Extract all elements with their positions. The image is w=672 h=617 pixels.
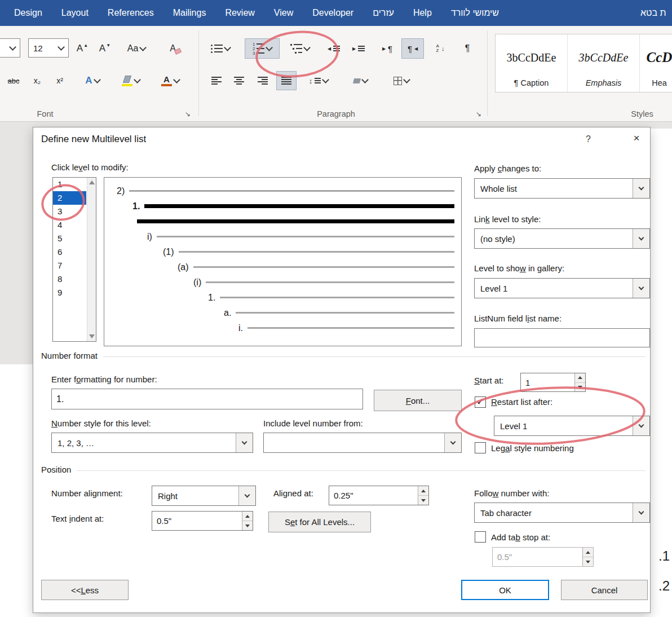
tab-references[interactable]: References xyxy=(98,0,163,26)
decrease-indent-button[interactable]: ◀ xyxy=(322,38,345,59)
start-at-spinner[interactable]: 1 xyxy=(520,373,586,392)
number-alignment-select[interactable]: Right xyxy=(152,486,256,506)
number-format-input[interactable] xyxy=(51,389,363,409)
borders-button[interactable] xyxy=(384,71,418,90)
bullets-button[interactable] xyxy=(204,38,237,59)
link-level-select[interactable]: (no style) xyxy=(474,228,650,249)
cancel-button[interactable]: Cancel xyxy=(561,580,648,600)
ok-button[interactable]: OK xyxy=(461,580,549,600)
chevron-down-icon xyxy=(322,76,329,83)
clear-formatting-button[interactable]: A xyxy=(163,39,187,58)
restart-after-select[interactable]: Level 1 xyxy=(494,416,650,436)
highlight-color-button[interactable] xyxy=(114,70,148,91)
level-item-selected[interactable]: 2 xyxy=(53,191,86,205)
tab-developer[interactable]: Developer xyxy=(303,0,363,26)
level-item[interactable]: 4 xyxy=(53,218,86,232)
less-button[interactable]: << Less xyxy=(41,580,129,600)
chevron-down-icon xyxy=(403,76,410,83)
help-icon[interactable]: ? xyxy=(586,134,591,144)
spin-down-icon[interactable] xyxy=(418,496,428,505)
spin-down-icon[interactable] xyxy=(575,383,585,392)
tab-review[interactable]: Review xyxy=(215,0,264,26)
text-effects-button[interactable]: A xyxy=(77,71,108,90)
chevron-down-icon[interactable] xyxy=(633,229,649,248)
tab-mailings[interactable]: Mailings xyxy=(163,0,216,26)
line-spacing-button[interactable]: ↕ xyxy=(303,71,334,90)
chevron-down-icon[interactable] xyxy=(444,433,461,452)
align-left-button[interactable] xyxy=(206,71,227,90)
tab-shimushi-leword[interactable]: שימושי לוורד xyxy=(441,0,509,26)
set-all-levels-button[interactable]: Set for All Levels... xyxy=(268,512,371,532)
include-level-select[interactable] xyxy=(263,433,462,453)
shrink-font-button[interactable]: A▼ xyxy=(95,39,115,58)
chevron-down-icon[interactable] xyxy=(633,179,649,198)
follow-number-select[interactable]: Tab character xyxy=(474,503,650,523)
tab-layout[interactable]: Layout xyxy=(52,0,98,26)
tab-help[interactable]: Help xyxy=(404,0,441,26)
spin-down-icon[interactable] xyxy=(583,557,593,566)
level-item[interactable]: 6 xyxy=(53,245,86,259)
gallery-level-select[interactable]: Level 1 xyxy=(474,278,650,298)
font-size-value: 12 xyxy=(33,43,54,53)
tab-ezrim[interactable]: עזרים xyxy=(363,0,404,26)
level-listbox[interactable]: 1 2 3 4 5 6 7 8 9 xyxy=(52,177,96,342)
spin-up-icon[interactable] xyxy=(575,373,585,383)
subscript-button[interactable]: x₂ xyxy=(27,71,47,90)
align-right-button[interactable] xyxy=(253,71,273,90)
font-color-button[interactable]: A xyxy=(153,70,187,91)
chevron-down-icon[interactable] xyxy=(633,416,649,435)
level-item[interactable]: 8 xyxy=(53,272,86,286)
font-size-combo[interactable]: 12 xyxy=(28,38,69,58)
ltr-direction-button[interactable]: ▶¶ xyxy=(375,38,399,59)
tab-view[interactable]: View xyxy=(264,0,303,26)
chevron-down-icon[interactable] xyxy=(633,503,649,522)
aligned-at-spinner[interactable]: 0.25" xyxy=(329,486,429,505)
listbox-scrollbar[interactable] xyxy=(87,178,96,341)
style-caption[interactable]: 3bCcDdEe ¶ Caption xyxy=(496,34,568,92)
tab-design[interactable]: Design xyxy=(5,0,52,26)
text-indent-spinner[interactable]: 0.5" xyxy=(152,511,253,531)
tab-partial[interactable]: ת בטא xyxy=(631,0,672,26)
add-tab-stop-checkbox[interactable] xyxy=(475,531,486,543)
change-case-button[interactable]: Aa xyxy=(120,39,153,58)
level-item[interactable]: 5 xyxy=(53,232,86,245)
increase-indent-button[interactable]: ▶ xyxy=(347,38,370,59)
font-name-combo-partial[interactable] xyxy=(0,38,20,58)
show-formatting-marks-button[interactable]: ¶ xyxy=(457,38,478,59)
shading-button[interactable] xyxy=(343,71,378,90)
spin-up-icon[interactable] xyxy=(583,548,593,557)
legal-style-checkbox[interactable] xyxy=(475,442,486,453)
chevron-down-icon[interactable] xyxy=(238,486,255,505)
grow-font-button[interactable]: A▲ xyxy=(72,39,92,58)
style-emphasis[interactable]: 3bCcDdEe Emphasis xyxy=(568,34,640,92)
scroll-up-icon[interactable] xyxy=(89,180,95,184)
level-item[interactable]: 7 xyxy=(53,259,86,272)
align-center-button[interactable] xyxy=(229,71,249,90)
restart-list-checkbox[interactable]: ✓ xyxy=(475,396,486,408)
numbering-button[interactable]: 123 xyxy=(245,38,280,59)
spin-down-icon[interactable] xyxy=(242,521,253,530)
spin-up-icon[interactable] xyxy=(418,486,428,496)
paragraph-dialog-launcher-icon[interactable]: ↘ xyxy=(476,110,481,118)
font-dialog-launcher-icon[interactable]: ↘ xyxy=(185,110,191,118)
number-style-select[interactable]: 1, 2, 3, … xyxy=(51,433,253,453)
apply-changes-select[interactable]: Whole list xyxy=(474,178,650,199)
superscript-button[interactable]: x² xyxy=(50,71,70,90)
strikethrough-button[interactable]: abc xyxy=(3,71,24,90)
scroll-down-icon[interactable] xyxy=(89,334,95,338)
justify-button[interactable] xyxy=(276,71,297,90)
sort-button[interactable]: AZ ↓ xyxy=(428,38,452,59)
level-item[interactable]: 9 xyxy=(53,286,86,299)
level-item[interactable]: 3 xyxy=(53,205,86,218)
multilevel-list-button[interactable] xyxy=(283,38,317,59)
listnum-input[interactable] xyxy=(474,328,650,347)
chevron-down-icon[interactable] xyxy=(236,433,253,452)
font-button[interactable]: Font... xyxy=(374,390,462,411)
spin-up-icon[interactable] xyxy=(242,512,253,521)
level-item[interactable]: 1 xyxy=(53,178,86,191)
tab-stop-spinner[interactable]: 0.5" xyxy=(492,547,594,567)
close-icon[interactable]: × xyxy=(629,132,644,144)
rtl-direction-button[interactable]: ¶◀ xyxy=(401,38,424,59)
style-heading-partial[interactable]: CcD Hea xyxy=(640,34,672,92)
chevron-down-icon[interactable] xyxy=(633,279,649,298)
